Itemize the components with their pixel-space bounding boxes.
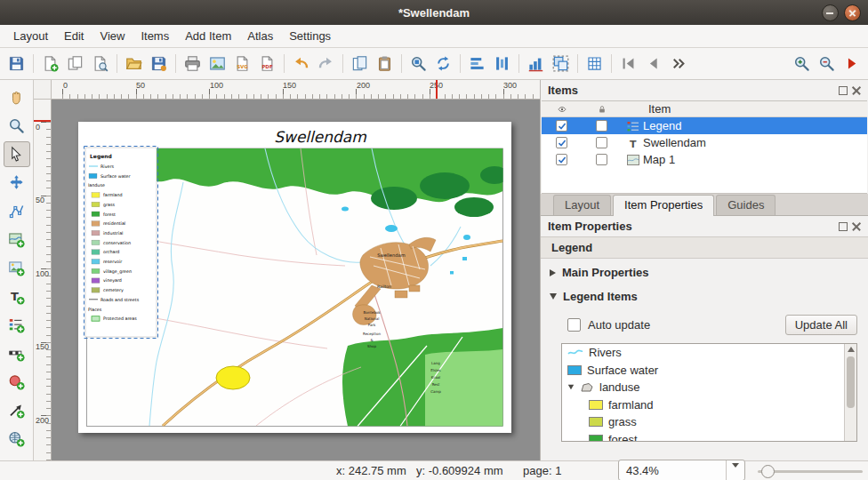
refresh-button[interactable] [431, 52, 455, 76]
expander-icon[interactable] [568, 385, 574, 390]
svg-text:PDF: PDF [261, 64, 273, 69]
page-title-label[interactable]: Swellendam [274, 128, 366, 146]
add-label-button[interactable]: T [4, 284, 30, 309]
guides-grid-button[interactable] [583, 52, 607, 76]
close-panel-icon[interactable] [852, 222, 861, 231]
close-button[interactable] [844, 4, 861, 21]
items-row-map1[interactable]: Map 1 [542, 151, 867, 168]
legend-entry-label: farmland [103, 193, 123, 197]
legend-item[interactable]: Legend Rivers Surface water landuse farm… [84, 147, 158, 339]
legend-entry-label: Surface water [100, 174, 130, 179]
tree-scrollbar[interactable] [844, 344, 856, 441]
tab-layout[interactable]: Layout [553, 195, 611, 215]
add-html-button[interactable] [4, 426, 30, 452]
update-all-button[interactable]: Update All [785, 315, 857, 335]
legend-items-group[interactable]: Legend Items [541, 283, 868, 307]
tab-guides[interactable]: Guides [716, 195, 776, 215]
copy-button[interactable] [348, 52, 372, 76]
distribute-items-button[interactable] [490, 52, 514, 76]
save-project-button[interactable] [4, 52, 28, 76]
add-shape-button[interactable] [4, 369, 30, 395]
zoom-slider-handle[interactable] [761, 465, 775, 478]
load-template-button[interactable] [122, 52, 146, 76]
fill-symbol-swatch [589, 400, 603, 410]
redo-button[interactable] [314, 52, 338, 76]
menu-layout[interactable]: Layout [5, 27, 56, 45]
visibility-column-eye-icon [558, 105, 567, 114]
add-arrow-button[interactable] [4, 397, 30, 423]
tree-row-grass[interactable]: grass [562, 413, 856, 431]
group-items-button[interactable] [549, 52, 573, 76]
item-properties-title: Item Properties [548, 220, 632, 233]
add-picture-button[interactable] [4, 255, 30, 281]
svg-text:SVG: SVG [237, 64, 248, 69]
ruler-tick-label: 50 [36, 196, 44, 204]
zoom-tool-button[interactable] [4, 113, 30, 139]
zoom-level-combobox[interactable]: 43.4% [618, 460, 745, 480]
visibility-checkbox[interactable] [556, 120, 567, 132]
zoom-out-button[interactable] [815, 52, 839, 76]
auto-update-checkbox[interactable] [567, 318, 581, 332]
atlas-prev-button[interactable] [641, 52, 665, 76]
export-pdf-button[interactable]: PDF [255, 52, 279, 76]
menu-settings[interactable]: Settings [281, 27, 339, 45]
menu-edit[interactable]: Edit [56, 27, 92, 45]
close-panel-icon[interactable] [852, 86, 861, 95]
main-properties-group[interactable]: Main Properties [541, 259, 868, 283]
tree-row-rivers[interactable]: Rivers [562, 344, 856, 362]
scroll-up-icon[interactable] [848, 347, 855, 352]
toolbar-extension-arrow[interactable] [840, 52, 864, 76]
export-svg-button[interactable]: SVG [230, 52, 254, 76]
menu-view[interactable]: View [92, 27, 133, 45]
tree-row-forest[interactable]: forest [562, 431, 856, 443]
undo-button[interactable] [289, 52, 313, 76]
legend-entry-label: Protected areas [103, 316, 137, 321]
add-map-button[interactable] [4, 227, 30, 252]
items-row-swellendam[interactable]: T Swellendam [542, 134, 867, 151]
tab-item-properties[interactable]: Item Properties [613, 195, 714, 216]
legend-entry-label: conservation [103, 241, 131, 245]
lock-checkbox[interactable] [596, 137, 607, 148]
duplicate-layout-button[interactable] [63, 52, 87, 76]
minimize-button[interactable] [822, 4, 839, 21]
zoom-slider[interactable] [758, 470, 863, 473]
pan-tool-button[interactable] [4, 84, 30, 110]
zoom-in-button[interactable] [790, 52, 814, 76]
float-panel-icon[interactable] [839, 222, 848, 231]
items-row-legend[interactable]: Legend [542, 117, 867, 134]
lock-checkbox[interactable] [596, 154, 607, 165]
lock-checkbox[interactable] [596, 120, 607, 132]
layout-viewport[interactable]: Swellendam [52, 100, 540, 460]
visibility-checkbox[interactable] [556, 137, 567, 148]
new-layout-button[interactable] [38, 52, 62, 76]
save-template-button[interactable] [147, 52, 171, 76]
zoom-dropdown-button[interactable] [726, 460, 744, 480]
layout-manager-button[interactable] [88, 52, 112, 76]
export-image-button[interactable] [205, 52, 229, 76]
paste-button[interactable] [373, 52, 397, 76]
menu-atlas[interactable]: Atlas [239, 27, 281, 45]
tree-row-surface-water[interactable]: Surface water [562, 362, 856, 380]
float-panel-icon[interactable] [839, 86, 848, 95]
edit-nodes-button[interactable] [4, 198, 30, 224]
scroll-thumb[interactable] [847, 356, 855, 408]
menu-items[interactable]: Items [133, 27, 177, 45]
resize-items-button[interactable] [524, 52, 548, 76]
select-move-item-button[interactable] [4, 141, 30, 167]
map-label: Railton [377, 284, 391, 289]
layout-page[interactable]: Swellendam [78, 122, 511, 433]
move-item-content-button[interactable] [4, 170, 30, 196]
atlas-first-button[interactable] [616, 52, 640, 76]
legend-entry-label: reservoir [103, 260, 122, 264]
overflow-chevron-button[interactable] [666, 52, 690, 76]
add-scalebar-button[interactable] [4, 340, 30, 366]
zoom-level-value: 43.4% [619, 464, 726, 477]
tree-row-landuse[interactable]: landuse [562, 379, 856, 396]
align-items-button[interactable] [465, 52, 489, 76]
zoom-full-button[interactable] [406, 52, 430, 76]
visibility-checkbox[interactable] [556, 154, 567, 165]
menu-add-item[interactable]: Add Item [177, 27, 239, 45]
tree-row-farmland[interactable]: farmland [562, 396, 856, 414]
print-button[interactable] [181, 52, 205, 76]
add-legend-button[interactable] [4, 312, 30, 338]
